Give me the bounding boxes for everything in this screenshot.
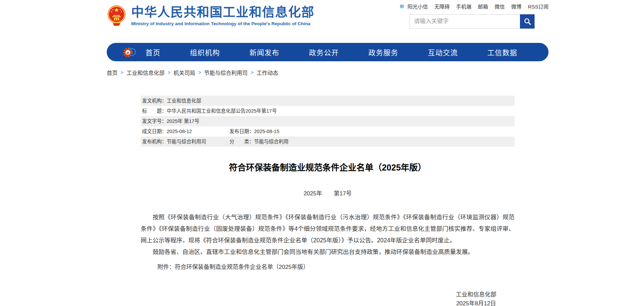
top-link-mobile[interactable]: 手机端 <box>456 3 471 10</box>
breadcrumb-separator: > <box>121 70 123 75</box>
site-title-block: 中华人民共和国工业和信息化部 Ministry of Industry and … <box>131 6 314 27</box>
meta-value: 中华人民共和国工业和信息化部公告2025年第17号 <box>167 108 277 114</box>
search-icon <box>523 17 532 26</box>
nav-item-news[interactable]: 新闻发布 <box>249 47 279 57</box>
top-link-mail[interactable]: 邮箱 <box>478 3 488 10</box>
signature-date: 2025年8月12日 <box>440 299 512 306</box>
top-link-sunshine-bot[interactable]: 阳光小信 <box>407 3 428 10</box>
breadcrumb-separator: > <box>168 70 170 75</box>
meta-label: 成文日期： <box>142 129 167 134</box>
meta-label: 发布机构： <box>142 139 167 144</box>
search-input[interactable] <box>410 14 520 29</box>
page-container: 中华人民共和国工业和信息化部 Ministry of Industry and … <box>107 0 549 306</box>
meta-value: 2025-08-12 <box>167 129 192 134</box>
meta-cell: 成文日期：2025-08-12 <box>142 126 228 136</box>
search-bar <box>331 14 535 29</box>
meta-value: 节能与综合利用 <box>254 139 289 144</box>
breadcrumb-work-updates[interactable]: 工作动态 <box>257 68 278 77</box>
signature-agency: 工业和信息化部 <box>440 290 512 299</box>
meta-label: 发布日期： <box>229 129 254 134</box>
meta-cell: 发文机构：工业和信息化部 <box>142 96 201 106</box>
article-body: 按照《环保装备制造行业（大气治理）规范条件》《环保装备制造行业（污水治理）规范条… <box>141 211 515 258</box>
nav-item-data[interactable]: 工信数据 <box>487 47 517 57</box>
breadcrumb-separator: > <box>251 70 254 75</box>
meta-row-dates: 成文日期：2025-08-12 发布日期：2025-08-15 <box>141 126 515 136</box>
top-link-weibo[interactable]: 微博 <box>511 3 521 10</box>
breadcrumb-miit[interactable]: 工业和信息化部 <box>126 68 164 77</box>
top-link-accessibility[interactable]: 无障碍 <box>434 3 450 10</box>
nav-item-interaction[interactable]: 互动交流 <box>428 47 458 57</box>
site-header: 中华人民共和国工业和信息化部 Ministry of Industry and … <box>107 0 549 43</box>
meta-cell: 标 题：中华人民共和国工业和信息化部公告2025年第17号 <box>142 106 277 116</box>
meta-value: 2025年 第17号 <box>167 118 199 124</box>
announcement-number: 2025年 第17号 <box>107 190 549 198</box>
meta-cell: 发布机构：节能与综合利用司 <box>142 136 228 147</box>
miit-gear-logo-icon: e <box>122 45 137 59</box>
meta-row-publisher-category: 发布机构：节能与综合利用司 分 类：节能与综合利用 <box>141 136 515 147</box>
article-paragraph: 鼓励各省、自治区、直辖市工业和信息化主管部门会同当地有关部门研究出台支持政策，推… <box>141 246 515 258</box>
article-paragraph: 按照《环保装备制造行业（大气治理）规范条件》《环保装备制造行业（污水治理）规范条… <box>141 211 515 246</box>
article-title: 符合环保装备制造业规范条件企业名单（2025年版） <box>107 162 549 173</box>
meta-cell: 发布日期：2025-08-15 <box>229 126 279 136</box>
breadcrumb: 首页 > 工业和信息化部 > 机关司局 > 节能与综合利用司 > 工作动态 <box>107 68 549 77</box>
sunshine-bot-icon <box>399 3 405 10</box>
svg-text:e: e <box>127 50 129 55</box>
meta-row-title: 标 题：中华人民共和国工业和信息化部公告2025年第17号 <box>141 106 515 116</box>
meta-label: 分 类： <box>229 139 254 144</box>
breadcrumb-departments[interactable]: 机关司局 <box>173 68 195 77</box>
meta-value: 节能与综合利用司 <box>167 139 206 144</box>
nav-item-home[interactable]: 首页 <box>145 47 160 57</box>
meta-value: 2025-08-15 <box>254 129 279 134</box>
meta-label: 发文字号： <box>142 118 167 124</box>
site-brand: 中华人民共和国工业和信息化部 Ministry of Industry and … <box>107 5 314 27</box>
meta-cell: 发文字号：2025年 第17号 <box>142 116 199 126</box>
meta-row-issuing-agency: 发文机构：工业和信息化部 <box>141 96 515 106</box>
breadcrumb-energy-dept[interactable]: 节能与综合利用司 <box>204 68 248 77</box>
document-meta-table: 发文机构：工业和信息化部 标 题：中华人民共和国工业和信息化部公告2025年第1… <box>141 96 515 147</box>
breadcrumb-home[interactable]: 首页 <box>107 68 118 77</box>
breadcrumb-separator: > <box>198 70 201 75</box>
top-link-wechat[interactable]: 微信 <box>494 3 505 10</box>
meta-cell: 分 类：节能与综合利用 <box>229 136 289 147</box>
site-title-cn: 中华人民共和国工业和信息化部 <box>131 6 314 20</box>
top-utility-links: 阳光小信 无障碍 手机端 邮箱 微信 微博 RSS订阅 <box>331 3 549 10</box>
nav-item-gov-disclosure[interactable]: 政务公开 <box>309 47 339 57</box>
national-emblem-logo <box>107 5 126 27</box>
nav-item-gov-services[interactable]: 政务服务 <box>368 47 398 57</box>
attachment-link[interactable]: 附件：符合环保装备制造业规范条件企业名单（2025年版） <box>141 263 515 271</box>
search-button[interactable] <box>520 14 535 29</box>
header-right: 阳光小信 无障碍 手机端 邮箱 微信 微博 RSS订阅 <box>331 3 549 29</box>
nav-items: 首页 组织机构 新闻发布 政务公开 政务服务 互动交流 工信数据 <box>145 47 517 57</box>
meta-row-doc-number: 发文字号：2025年 第17号 <box>141 116 515 126</box>
meta-value: 工业和信息化部 <box>167 98 202 103</box>
main-navbar: e 首页 组织机构 新闻发布 政务公开 政务服务 互动交流 工信数据 <box>107 43 549 61</box>
meta-label: 标 题： <box>142 108 167 114</box>
top-link-rss[interactable]: RSS订阅 <box>528 3 549 10</box>
signature-block: 工业和信息化部 2025年8月12日 <box>440 290 512 306</box>
site-title-en: Ministry of Industry and Information Tec… <box>131 21 314 26</box>
meta-label: 发文机构： <box>142 98 167 103</box>
nav-item-organization[interactable]: 组织机构 <box>190 47 220 57</box>
